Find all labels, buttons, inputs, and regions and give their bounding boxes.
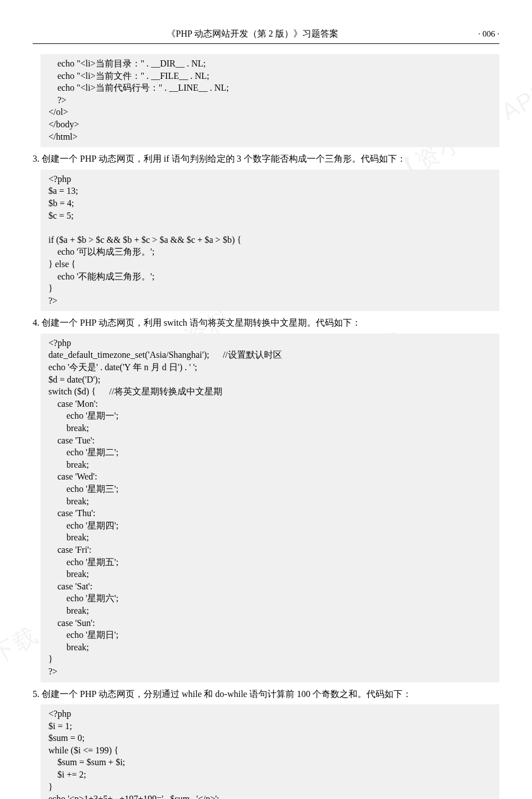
question-3: 3. 创建一个 PHP 动态网页，利用 if 语句判别给定的 3 个数字能否构成… bbox=[33, 152, 499, 166]
page-number: · 006 · bbox=[479, 29, 500, 39]
question-5: 5. 创建一个 PHP 动态网页，分别通过 while 和 do-while 语… bbox=[33, 687, 499, 702]
header-title: 《PHP 动态网站开发（第 2 版）》习题答案 bbox=[33, 28, 473, 40]
page-content: 《PHP 动态网站开发（第 2 版）》习题答案 · 006 · echo "<l… bbox=[33, 28, 499, 799]
code-block-5: <?php $i = 1; $sum = 0; while ($i <= 199… bbox=[41, 704, 499, 799]
question-4: 4. 创建一个 PHP 动态网页，利用 switch 语句将英文星期转换中文星期… bbox=[33, 316, 499, 330]
code-block-3: <?php $a = 13; $b = 4; $c = 5; if ($a + … bbox=[41, 170, 499, 312]
code-block-4: <?php date_default_timezone_set('Asia/Sh… bbox=[41, 334, 499, 682]
code-block-continued: echo "<li>当前目录：" . __DIR__ . NL; echo "<… bbox=[41, 54, 499, 147]
page-header: 《PHP 动态网站开发（第 2 版）》习题答案 · 006 · bbox=[33, 28, 499, 44]
